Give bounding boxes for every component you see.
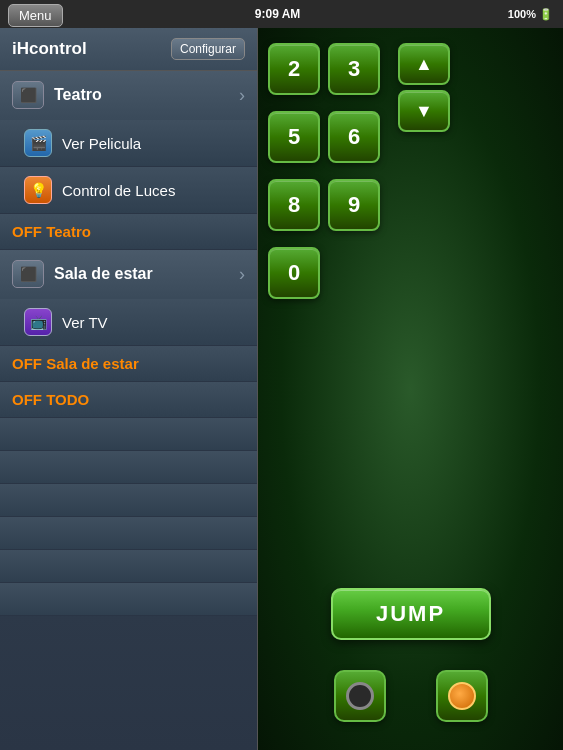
sidebar-item-sala[interactable]: ⬛ Sala de estar ›	[0, 250, 257, 299]
ver-tv-icon: 📺	[24, 308, 52, 336]
button-5[interactable]: 5	[268, 111, 320, 163]
button-3[interactable]: 3	[328, 43, 380, 95]
sala-icon: ⬛	[12, 260, 44, 288]
off-teatro-item[interactable]: OFF Teatro	[0, 214, 257, 250]
ver-pelicula-icon: 🎬	[24, 129, 52, 157]
empty-row-1	[0, 418, 257, 451]
battery-icon: 🔋	[539, 8, 553, 20]
configurar-button[interactable]: Configurar	[171, 38, 245, 60]
teatro-chevron-icon: ›	[239, 85, 245, 106]
main-container: iHcontrol Configurar ⬛ Teatro › 🎬 Ver Pe…	[0, 28, 563, 750]
num-row-2: 5 6	[268, 111, 380, 163]
off-sala-item[interactable]: OFF Sala de estar	[0, 346, 257, 382]
num-row-1: 2 3	[268, 43, 380, 95]
power-button[interactable]	[436, 670, 488, 722]
sidebar-header: iHcontrol Configurar	[0, 28, 257, 71]
battery-label: 100%	[508, 8, 536, 20]
control-luces-icon: 💡	[24, 176, 52, 204]
off-todo-item[interactable]: OFF TODO	[0, 382, 257, 418]
control-luces-item[interactable]: 💡 Control de Luces	[0, 167, 257, 214]
button-6[interactable]: 6	[328, 111, 380, 163]
button-down[interactable]: ▼	[398, 90, 450, 132]
off-todo-label: OFF TODO	[12, 391, 89, 408]
row1: 2 3 5 6 8 9 ▲ ▼	[268, 43, 553, 239]
ver-pelicula-label: Ver Pelicula	[62, 135, 141, 152]
ver-tv-item[interactable]: 📺 Ver TV	[0, 299, 257, 346]
remote-panel: 2 3 5 6 8 9 ▲ ▼	[258, 28, 563, 750]
sidebar-title: iHcontrol	[12, 39, 87, 59]
battery-area: 100% 🔋	[508, 8, 553, 21]
empty-row-4	[0, 517, 257, 550]
record-icon	[346, 682, 374, 710]
button-2[interactable]: 2	[268, 43, 320, 95]
arrow-col: ▲ ▼	[398, 43, 450, 132]
num-col-left: 2 3 5 6 8 9	[268, 43, 380, 239]
time-label: 9:09 AM	[255, 7, 301, 21]
jump-button[interactable]: JUMP	[331, 588, 491, 640]
button-0[interactable]: 0	[268, 247, 320, 299]
ver-tv-label: Ver TV	[62, 314, 108, 331]
menu-button[interactable]: Menu	[8, 4, 63, 27]
off-teatro-label: OFF Teatro	[12, 223, 91, 240]
status-bar: iPad ▾ 9:09 AM 100% 🔋	[0, 0, 563, 28]
ver-pelicula-item[interactable]: 🎬 Ver Pelicula	[0, 120, 257, 167]
button-9[interactable]: 9	[328, 179, 380, 231]
num-row-4: 0	[268, 247, 553, 299]
teatro-label: Teatro	[54, 86, 239, 104]
off-sala-label: OFF Sala de estar	[12, 355, 139, 372]
number-grid: 2 3 5 6 8 9 ▲ ▼	[268, 43, 553, 307]
bottom-controls	[334, 670, 488, 722]
teatro-icon: ⬛	[12, 81, 44, 109]
sala-chevron-icon: ›	[239, 264, 245, 285]
sala-label: Sala de estar	[54, 265, 239, 283]
num-row-3: 8 9	[268, 179, 380, 231]
control-luces-label: Control de Luces	[62, 182, 175, 199]
sidebar-item-teatro[interactable]: ⬛ Teatro ›	[0, 71, 257, 120]
empty-row-5	[0, 550, 257, 583]
record-button[interactable]	[334, 670, 386, 722]
button-up[interactable]: ▲	[398, 43, 450, 85]
sidebar: iHcontrol Configurar ⬛ Teatro › 🎬 Ver Pe…	[0, 28, 258, 750]
power-icon	[448, 682, 476, 710]
empty-row-2	[0, 451, 257, 484]
empty-row-3	[0, 484, 257, 517]
button-8[interactable]: 8	[268, 179, 320, 231]
empty-row-6	[0, 583, 257, 616]
